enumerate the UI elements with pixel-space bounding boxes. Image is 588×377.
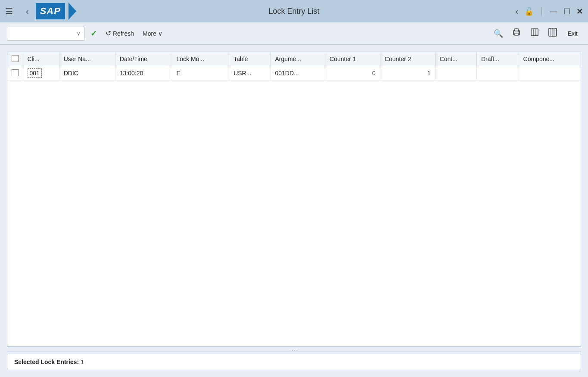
sap-logo-triangle bbox=[68, 3, 76, 20]
svg-point-3 bbox=[518, 31, 519, 32]
row-client-cell: 001 bbox=[23, 66, 59, 80]
toolbar: ∨ ✓ ↺ Refresh More ∨ 🔍 bbox=[0, 22, 588, 45]
refresh-button[interactable]: ↺ Refresh bbox=[103, 28, 137, 39]
more-arrow-icon: ∨ bbox=[158, 30, 162, 37]
sap-logo: ‹ SAP bbox=[26, 3, 76, 20]
window-controls: ‹ 🔓 — ☐ ✕ bbox=[515, 6, 583, 16]
svg-rect-4 bbox=[531, 29, 538, 36]
col-cont: Cont... bbox=[435, 52, 476, 66]
status-value: 1 bbox=[81, 358, 84, 365]
col-username: User Na... bbox=[59, 52, 115, 66]
row-cont-cell bbox=[435, 66, 476, 80]
col-counter1: Counter 1 bbox=[325, 52, 380, 66]
row-checkbox[interactable] bbox=[12, 69, 19, 76]
lock-entry-table: Cli... User Na... Date/Time Lock Mo... T… bbox=[7, 52, 581, 80]
check-icon: ✓ bbox=[90, 29, 97, 38]
toolbar-dropdown[interactable]: ∨ bbox=[7, 27, 84, 40]
client-value: 001 bbox=[28, 68, 42, 78]
resize-handle[interactable]: .... bbox=[7, 347, 581, 352]
refresh-icon: ↺ bbox=[106, 29, 111, 37]
row-table-cell: USR... bbox=[229, 66, 271, 80]
title-bar: ☰ ‹ SAP Lock Entry List ‹ 🔓 — ☐ ✕ bbox=[0, 0, 588, 22]
sap-logo-box: SAP bbox=[36, 3, 65, 19]
row-counter1-cell: 0 bbox=[325, 66, 380, 80]
row-draft-cell bbox=[476, 66, 519, 80]
refresh-label: Refresh bbox=[113, 30, 134, 37]
import-button[interactable] bbox=[546, 26, 559, 41]
page-title: Lock Entry List bbox=[268, 7, 319, 16]
row-argument-cell: 001DD... bbox=[271, 66, 325, 80]
row-username-cell: DDIC bbox=[59, 66, 115, 80]
status-bar: Selected Lock Entries: 1 bbox=[7, 354, 581, 370]
resize-dots: .... bbox=[289, 346, 299, 352]
col-select bbox=[7, 52, 23, 66]
table-row: 001 DDIC 13:00:20 E USR... 001DD... 0 1 bbox=[7, 66, 581, 80]
row-lockmode-cell: E bbox=[172, 66, 229, 80]
col-client: Cli... bbox=[23, 52, 59, 66]
table-container: Cli... User Na... Date/Time Lock Mo... T… bbox=[7, 52, 581, 347]
table-header: Cli... User Na... Date/Time Lock Mo... T… bbox=[7, 52, 581, 66]
export-button[interactable] bbox=[528, 26, 541, 41]
main-content: Cli... User Na... Date/Time Lock Mo... T… bbox=[0, 45, 588, 377]
svg-rect-1 bbox=[515, 29, 518, 31]
col-draft: Draft... bbox=[476, 52, 519, 66]
print-button[interactable] bbox=[510, 26, 523, 41]
search-button[interactable]: 🔍 bbox=[492, 27, 505, 40]
col-lockmode: Lock Mo... bbox=[172, 52, 229, 66]
col-datetime: Date/Time bbox=[115, 52, 172, 66]
status-label: Selected Lock Entries: bbox=[14, 358, 79, 365]
dropdown-arrow-icon: ∨ bbox=[77, 31, 81, 37]
back-nav-icon[interactable]: ‹ bbox=[515, 6, 518, 16]
svg-rect-9 bbox=[553, 28, 555, 36]
close-button[interactable]: ✕ bbox=[576, 6, 583, 16]
col-component: Compone... bbox=[519, 52, 581, 66]
confirm-button[interactable]: ✓ bbox=[88, 27, 100, 40]
exit-button[interactable]: Exit bbox=[564, 28, 581, 39]
col-counter2: Counter 2 bbox=[380, 52, 435, 66]
minimize-button[interactable]: — bbox=[550, 7, 557, 16]
lock-icon: 🔓 bbox=[524, 6, 534, 16]
table-body: 001 DDIC 13:00:20 E USR... 001DD... 0 1 bbox=[7, 66, 581, 80]
more-label: More bbox=[143, 30, 156, 37]
hamburger-menu[interactable]: ☰ bbox=[5, 6, 13, 16]
svg-rect-8 bbox=[551, 28, 552, 36]
row-counter2-cell: 1 bbox=[380, 66, 435, 80]
back-button[interactable]: ‹ bbox=[26, 6, 29, 16]
sap-logo-text: SAP bbox=[40, 6, 61, 17]
row-datetime-cell: 13:00:20 bbox=[115, 66, 172, 80]
maximize-button[interactable]: ☐ bbox=[563, 6, 570, 16]
col-table: Table bbox=[229, 52, 271, 66]
more-button[interactable]: More ∨ bbox=[140, 28, 165, 39]
select-all-checkbox[interactable] bbox=[12, 55, 19, 62]
toolbar-right: 🔍 Exit bbox=[492, 26, 581, 41]
row-select-cell[interactable] bbox=[7, 66, 23, 80]
svg-rect-2 bbox=[515, 33, 518, 35]
row-component-cell bbox=[519, 66, 581, 80]
col-argument: Argume... bbox=[271, 52, 325, 66]
svg-rect-7 bbox=[549, 28, 557, 36]
